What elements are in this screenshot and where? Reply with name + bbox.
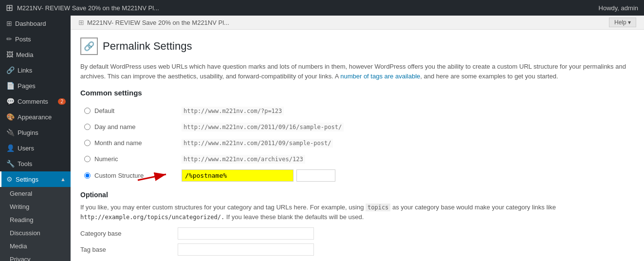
table-row: Day and name http://www.m221nv.com/2011/… — [80, 119, 634, 135]
page-description: By default WordPress uses web URLs which… — [80, 62, 634, 81]
category-base-row: Category base — [80, 227, 634, 240]
sidebar-item-label: Pages — [18, 82, 36, 90]
sidebar-item-label: Dashboard — [15, 20, 46, 27]
table-row: Month and name http://www.m221nv.com/201… — [80, 135, 634, 151]
tag-base-label: Tag base — [80, 246, 178, 253]
submenu-writing[interactable]: Writing — [0, 200, 71, 213]
optional-text-3: If you leave these blank the defaults wi… — [224, 213, 364, 221]
url-dayname: http://www.m221nv.com/2011/09/16/sample-… — [182, 123, 344, 131]
content-area: ⊞ M221NV- REVIEW Save 20% on the M221NV … — [71, 16, 644, 261]
sidebar-item-links[interactable]: 🔗 Links — [0, 62, 71, 78]
content-header: ⊞ M221NV- REVIEW Save 20% on the M221NV … — [71, 16, 644, 30]
radio-dayname[interactable] — [84, 124, 91, 130]
sidebar-item-comments[interactable]: 💬 Comments 2 — [0, 93, 71, 109]
sidebar-item-appearance[interactable]: 🎨 Appearance — [0, 109, 71, 125]
sidebar-item-label: Comments — [18, 98, 48, 105]
page-title: Permalink Settings — [103, 40, 192, 53]
sidebar-item-label: Appearance — [18, 113, 52, 121]
radio-default-row: Default — [84, 105, 174, 116]
sidebar-item-label: Users — [18, 145, 34, 152]
dashboard-icon: ⊞ — [6, 19, 12, 27]
permalink-icon-box: 🔗 — [80, 37, 98, 55]
sidebar-item-label: Tools — [18, 160, 32, 168]
custom-structure-extra-input[interactable] — [296, 169, 335, 182]
topics-code: topics — [366, 204, 390, 211]
sidebar: ⊞ Dashboard ✏ Posts 🖼 Media 🔗 Links 📄 Pa… — [0, 16, 71, 261]
radio-custom-label[interactable]: Custom Structure — [94, 172, 144, 179]
tag-base-input[interactable] — [178, 243, 314, 256]
table-row: Custom Structure — [80, 167, 634, 184]
sidebar-item-plugins[interactable]: 🔌 Plugins — [0, 125, 71, 140]
table-row: Default http://www.m221nv.com/?p=123 — [80, 103, 634, 119]
radio-numeric-label[interactable]: Numeric — [94, 155, 118, 163]
help-button[interactable]: Help ▾ — [609, 18, 636, 27]
submenu-general[interactable]: General — [0, 187, 71, 200]
submenu-reading[interactable]: Reading — [0, 213, 71, 226]
users-icon: 👤 — [6, 144, 15, 152]
description-text-2: , and here are some examples to get you … — [420, 73, 558, 80]
media-icon: 🖼 — [6, 51, 13, 58]
permalink-icon: 🔗 — [84, 41, 94, 52]
radio-numeric[interactable] — [84, 156, 91, 162]
sidebar-item-users[interactable]: 👤 Users — [0, 140, 71, 156]
custom-structure-input[interactable]: /%postname% — [182, 169, 294, 182]
radio-custom[interactable] — [84, 172, 91, 179]
url-numeric: http://www.m221nv.com/archives/123 — [182, 155, 305, 164]
sidebar-item-media[interactable]: 🖼 Media — [0, 47, 71, 62]
radio-numeric-row: Numeric — [84, 153, 174, 165]
sidebar-item-tools[interactable]: 🔧 Tools — [0, 156, 71, 171]
url-monthname: http://www.m221nv.com/2011/09/sample-pos… — [182, 139, 333, 148]
radio-monthname[interactable] — [84, 140, 91, 146]
sidebar-item-settings[interactable]: ⚙ Settings ▲ — [0, 171, 71, 187]
admin-bar-right: Howdy, admin — [599, 4, 638, 12]
radio-monthname-row: Month and name — [84, 137, 174, 149]
tools-icon: 🔧 — [6, 160, 15, 168]
submenu-privacy[interactable]: Privacy — [0, 253, 71, 261]
optional-text-1: If you like, you may enter custom struct… — [80, 204, 366, 211]
optional-description: If you like, you may enter custom struct… — [80, 203, 634, 222]
radio-custom-row: Custom Structure — [84, 170, 174, 181]
admin-bar-left: ⊞ M221NV- REVIEW Save 20% on the M221NV … — [6, 2, 159, 13]
category-base-input[interactable] — [178, 227, 314, 240]
optional-text-2: as your category base would make your ca… — [390, 204, 556, 211]
radio-monthname-label[interactable]: Month and name — [94, 139, 142, 147]
page-heading: 🔗 Permalink Settings — [80, 37, 634, 55]
sidebar-item-label: Media — [16, 51, 33, 58]
optional-title: Optional — [80, 191, 634, 199]
radio-default[interactable] — [84, 108, 91, 114]
howdy-text: Howdy, admin — [599, 4, 638, 12]
settings-icon: ⚙ — [6, 175, 13, 183]
sidebar-item-posts[interactable]: ✏ Posts — [0, 31, 71, 47]
sidebar-item-label: Settings — [16, 176, 38, 183]
tags-available-link[interactable]: number of tags are available — [340, 73, 420, 80]
radio-dayname-row: Day and name — [84, 121, 174, 132]
radio-default-label[interactable]: Default — [94, 107, 114, 114]
comments-icon: 💬 — [6, 97, 15, 105]
page-title-bar: ⊞ M221NV- REVIEW Save 20% on the M221NV … — [78, 19, 229, 26]
posts-icon: ✏ — [6, 35, 12, 43]
sidebar-item-dashboard[interactable]: ⊞ Dashboard — [0, 16, 71, 31]
sidebar-item-pages[interactable]: 📄 Pages — [0, 78, 71, 93]
header-page-title: M221NV- REVIEW Save 20% on the M221NV Pl… — [87, 19, 229, 26]
page-content: 🔗 Permalink Settings By default WordPres… — [71, 30, 644, 261]
pages-icon: 📄 — [6, 82, 15, 90]
radio-dayname-label[interactable]: Day and name — [94, 123, 136, 130]
submenu-discussion[interactable]: Discussion — [0, 226, 71, 240]
main-layout: ⊞ Dashboard ✏ Posts 🖼 Media 🔗 Links 📄 Pa… — [0, 16, 644, 261]
table-row: Numeric http://www.m221nv.com/archives/1… — [80, 151, 634, 167]
custom-structure-input-area: /%postname% — [182, 169, 335, 182]
permalink-options-table: Default http://www.m221nv.com/?p=123 D — [80, 103, 634, 184]
submenu-media[interactable]: Media — [0, 240, 71, 253]
example-url: http://example.org/topics/uncategorized/… — [80, 214, 224, 221]
common-settings-title: Common settings — [80, 89, 634, 97]
admin-bar-site-title: M221NV- REVIEW Save 20% on the M221NV Pl… — [17, 4, 159, 12]
sidebar-item-label: Plugins — [18, 129, 38, 136]
sidebar-item-label: Posts — [15, 36, 31, 43]
admin-bar: ⊞ M221NV- REVIEW Save 20% on the M221NV … — [0, 0, 644, 16]
sidebar-item-label: Links — [18, 67, 32, 74]
settings-submenu: General Writing Reading Discussion Media… — [0, 187, 71, 261]
appearance-icon: 🎨 — [6, 113, 15, 121]
tag-base-row: Tag base — [80, 243, 634, 256]
category-base-label: Category base — [80, 230, 178, 237]
settings-arrow-icon: ▲ — [60, 176, 66, 182]
